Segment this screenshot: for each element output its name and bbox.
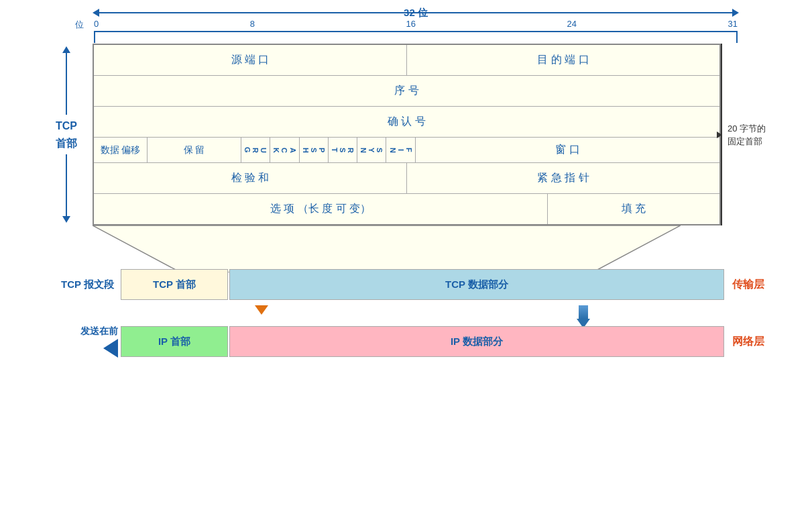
flag-fin: FIN	[386, 138, 414, 162]
tcp-row-6: 选 项 （长 度 可 变） 填 充	[94, 194, 719, 224]
svg-marker-0	[93, 225, 681, 272]
orange-arrowhead-icon	[255, 305, 268, 315]
left-arrow-icon	[103, 339, 118, 358]
tcp-header-box: TCP 首部	[121, 269, 228, 300]
ip-data-box: IP 数据部分	[229, 326, 724, 357]
v-line-bottom	[66, 154, 67, 216]
network-layer-label: 网络层	[724, 335, 778, 349]
trapezoid-svg	[93, 225, 681, 272]
ruler-numbers: 0 8 16 24 31	[94, 19, 738, 29]
orange-arrow-left	[255, 305, 268, 315]
reserved-text: 保 留	[184, 144, 205, 156]
network-row: 发送在前 IP 首部 IP 数据部分 网络层	[40, 325, 778, 358]
left-arrow-area	[103, 339, 118, 358]
trapezoid-connector	[93, 225, 681, 272]
cell-seq-num: 序 号	[94, 76, 719, 106]
ip-header-box: IP 首部	[121, 326, 228, 357]
tcp-label-text: TCP 首部	[56, 115, 77, 154]
flag-urg: URG	[241, 138, 270, 162]
cell-src-port: 源 端 口	[94, 45, 407, 75]
ruler-arrow-line	[94, 12, 738, 13]
flag-psh: PSH	[300, 138, 329, 162]
flag-ack: ACK	[270, 138, 299, 162]
flag-syn: SYN	[357, 138, 386, 162]
cell-options: 选 项 （长 度 可 变）	[94, 194, 548, 224]
cell-flags: URG ACK PSH RST SYN FIN	[241, 138, 416, 162]
cell-urgent: 紧 急 指 针	[407, 163, 719, 193]
blue-shaft	[579, 305, 588, 319]
right-label-area: 20 字节的 固定首部	[721, 44, 778, 225]
main-container: 32 位 0 8 16 24 31 位 TCP	[40, 7, 778, 358]
right-brace-bottom	[721, 135, 722, 226]
tick-8: 8	[250, 19, 255, 29]
ruler-ticks	[94, 31, 738, 43]
right-label-line2: 固定首部	[728, 136, 762, 146]
cell-checksum: 检 验 和	[94, 163, 407, 193]
cell-dst-port: 目 的 端 口	[407, 45, 719, 75]
ruler-arrowhead-left	[93, 9, 99, 17]
send-first-label: 发送在前	[80, 325, 118, 338]
tcp-header-section: TCP 首部 源 端 口 目 的 端 口 序 号 确 认 号	[40, 44, 778, 225]
cell-padding: 填 充	[548, 194, 719, 224]
cell-data-offset: 数据 偏移	[94, 138, 148, 162]
right-label-line1: 20 字节的	[728, 123, 766, 133]
tcp-row-4: 数据 偏移 保 留 URG ACK PSH RST SYN FIN 窗 口	[94, 138, 719, 163]
right-brace-top	[721, 44, 722, 135]
connector-arrows	[121, 305, 724, 325]
tick-31: 31	[728, 19, 738, 29]
ruler-section: 32 位 0 8 16 24 31 位	[94, 7, 738, 44]
tick-16: 16	[406, 19, 416, 29]
transport-layer-label: 传输层	[724, 278, 778, 292]
blue-arrow-right	[577, 305, 590, 328]
network-left-area: 发送在前	[40, 325, 121, 358]
right-label-text: 20 字节的 固定首部	[728, 121, 766, 148]
ruler-arrowhead-right	[732, 9, 739, 17]
tcp-row-1: 源 端 口 目 的 端 口	[94, 45, 719, 76]
tcp-label-header: 首部	[56, 138, 77, 149]
tick-24: 24	[567, 19, 577, 29]
tcp-data-box: TCP 数据部分	[229, 269, 724, 300]
tcp-label-tcp: TCP	[56, 120, 77, 132]
transport-row: TCP 报文段 TCP 首部 TCP 数据部分 传输层	[40, 269, 778, 300]
tcp-row-3: 确 认 号	[94, 107, 719, 138]
cell-ack-num: 确 认 号	[94, 107, 719, 137]
v-arrow-down-icon	[62, 216, 70, 223]
cell-reserved: 保 留	[148, 138, 241, 162]
tcp-row-5: 检 验 和 紧 急 指 针	[94, 163, 719, 194]
tick-0: 0	[94, 19, 99, 29]
tcp-vertical-arrow: TCP 首部	[56, 44, 77, 225]
lower-section: TCP 报文段 TCP 首部 TCP 数据部分 传输层 发送在前	[40, 269, 778, 358]
flag-rst: RST	[329, 138, 357, 162]
right-brace-arrow	[717, 132, 722, 138]
tcp-row-2: 序 号	[94, 76, 719, 107]
bit-label: 位	[75, 19, 84, 31]
data-offset-text: 数据 偏移	[101, 144, 141, 157]
cell-window: 窗 口	[416, 138, 719, 162]
v-line-top	[66, 53, 67, 115]
tcp-table: 源 端 口 目 的 端 口 序 号 确 认 号 数据 偏移 保 留	[93, 44, 721, 225]
v-arrow-up-icon	[62, 46, 70, 53]
tcp-segment-label: TCP 报文段	[40, 278, 121, 291]
tcp-left-label-area: TCP 首部	[40, 44, 93, 225]
window-text: 窗 口	[555, 143, 579, 157]
